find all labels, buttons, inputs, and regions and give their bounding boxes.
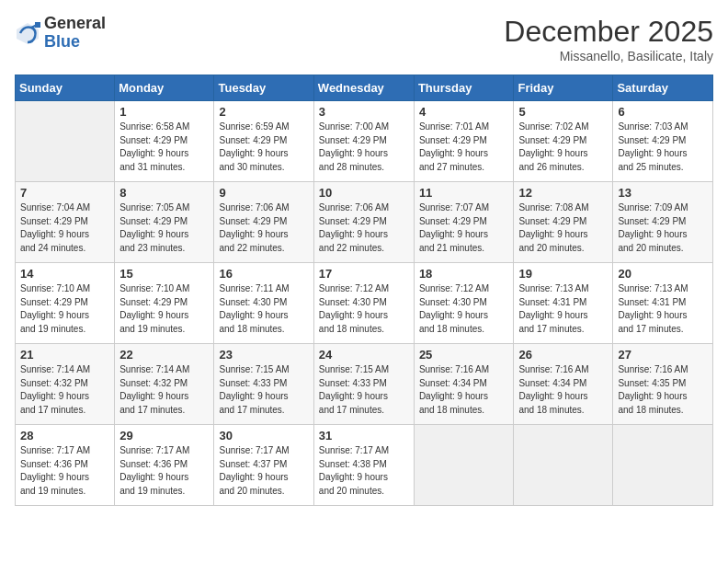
- calendar-cell: 15Sunrise: 7:10 AM Sunset: 4:29 PM Dayli…: [115, 263, 214, 344]
- day-number: 6: [618, 105, 708, 119]
- day-number: 12: [518, 186, 608, 200]
- calendar-cell: [16, 101, 115, 182]
- calendar-cell: 25Sunrise: 7:16 AM Sunset: 4:34 PM Dayli…: [414, 344, 514, 425]
- day-number: 23: [219, 348, 308, 362]
- day-number: 21: [20, 348, 109, 362]
- calendar-cell: 24Sunrise: 7:15 AM Sunset: 4:33 PM Dayli…: [313, 344, 414, 425]
- calendar-cell: 16Sunrise: 7:11 AM Sunset: 4:30 PM Dayli…: [214, 263, 313, 344]
- calendar-cell: 21Sunrise: 7:14 AM Sunset: 4:32 PM Dayli…: [16, 344, 115, 425]
- calendar-table: SundayMondayTuesdayWednesdayThursdayFrid…: [15, 75, 713, 506]
- day-header-saturday: Saturday: [613, 75, 713, 101]
- calendar-cell: 5Sunrise: 7:02 AM Sunset: 4:29 PM Daylig…: [514, 101, 613, 182]
- day-info: Sunrise: 7:00 AM Sunset: 4:29 PM Dayligh…: [319, 121, 409, 174]
- day-info: Sunrise: 7:15 AM Sunset: 4:33 PM Dayligh…: [219, 363, 308, 417]
- week-row-5: 28Sunrise: 7:17 AM Sunset: 4:36 PM Dayli…: [16, 425, 713, 506]
- calendar-cell: 23Sunrise: 7:15 AM Sunset: 4:33 PM Dayli…: [214, 344, 313, 425]
- calendar-cell: 29Sunrise: 7:17 AM Sunset: 4:36 PM Dayli…: [115, 425, 214, 506]
- day-header-monday: Monday: [115, 75, 214, 101]
- day-number: 28: [20, 429, 109, 442]
- day-info: Sunrise: 7:16 AM Sunset: 4:34 PM Dayligh…: [419, 363, 509, 417]
- day-info: Sunrise: 6:58 AM Sunset: 4:29 PM Dayligh…: [119, 121, 209, 174]
- day-info: Sunrise: 7:17 AM Sunset: 4:36 PM Dayligh…: [119, 444, 209, 498]
- day-number: 9: [219, 186, 308, 200]
- day-number: 31: [319, 429, 409, 442]
- calendar-cell: 6Sunrise: 7:03 AM Sunset: 4:29 PM Daylig…: [613, 101, 713, 182]
- week-row-4: 21Sunrise: 7:14 AM Sunset: 4:32 PM Dayli…: [16, 344, 713, 425]
- day-number: 29: [119, 429, 209, 442]
- day-number: 27: [618, 348, 708, 362]
- title-block: December 2025 Missanello, Basilicate, It…: [504, 15, 713, 63]
- calendar-cell: 19Sunrise: 7:13 AM Sunset: 4:31 PM Dayli…: [514, 263, 613, 344]
- day-info: Sunrise: 7:01 AM Sunset: 4:29 PM Dayligh…: [419, 121, 509, 174]
- day-info: Sunrise: 7:13 AM Sunset: 4:31 PM Dayligh…: [518, 282, 608, 336]
- logo-general: General: [44, 14, 106, 32]
- calendar-header: SundayMondayTuesdayWednesdayThursdayFrid…: [16, 75, 713, 101]
- day-header-sunday: Sunday: [16, 75, 115, 101]
- page-header: General Blue December 2025 Missanello, B…: [15, 15, 713, 63]
- calendar-cell: 1Sunrise: 6:58 AM Sunset: 4:29 PM Daylig…: [115, 101, 214, 182]
- day-info: Sunrise: 7:16 AM Sunset: 4:34 PM Dayligh…: [518, 363, 608, 417]
- logo: General Blue: [15, 15, 106, 52]
- day-number: 14: [20, 267, 109, 281]
- calendar-cell: 13Sunrise: 7:09 AM Sunset: 4:29 PM Dayli…: [613, 182, 713, 263]
- day-number: 1: [119, 105, 209, 119]
- day-info: Sunrise: 7:17 AM Sunset: 4:37 PM Dayligh…: [219, 444, 308, 498]
- calendar-cell: 14Sunrise: 7:10 AM Sunset: 4:29 PM Dayli…: [16, 263, 115, 344]
- calendar-body: 1Sunrise: 6:58 AM Sunset: 4:29 PM Daylig…: [16, 101, 713, 506]
- month-title: December 2025: [504, 15, 713, 49]
- day-number: 22: [119, 348, 209, 362]
- day-info: Sunrise: 7:10 AM Sunset: 4:29 PM Dayligh…: [119, 282, 209, 336]
- calendar-cell: 11Sunrise: 7:07 AM Sunset: 4:29 PM Dayli…: [414, 182, 514, 263]
- day-number: 20: [618, 267, 708, 281]
- calendar-cell: 4Sunrise: 7:01 AM Sunset: 4:29 PM Daylig…: [414, 101, 514, 182]
- day-info: Sunrise: 7:06 AM Sunset: 4:29 PM Dayligh…: [319, 201, 409, 255]
- day-info: Sunrise: 7:02 AM Sunset: 4:29 PM Dayligh…: [518, 121, 608, 174]
- calendar-cell: 3Sunrise: 7:00 AM Sunset: 4:29 PM Daylig…: [313, 101, 414, 182]
- week-row-3: 14Sunrise: 7:10 AM Sunset: 4:29 PM Dayli…: [16, 263, 713, 344]
- calendar-cell: [613, 425, 713, 506]
- calendar-cell: 7Sunrise: 7:04 AM Sunset: 4:29 PM Daylig…: [16, 182, 115, 263]
- day-number: 13: [618, 186, 708, 200]
- day-info: Sunrise: 6:59 AM Sunset: 4:29 PM Dayligh…: [219, 121, 308, 174]
- day-number: 10: [319, 186, 409, 200]
- day-info: Sunrise: 7:13 AM Sunset: 4:31 PM Dayligh…: [618, 282, 708, 336]
- day-info: Sunrise: 7:04 AM Sunset: 4:29 PM Dayligh…: [20, 201, 109, 255]
- logo-icon: [15, 20, 40, 46]
- calendar-cell: [414, 425, 514, 506]
- calendar-cell: 28Sunrise: 7:17 AM Sunset: 4:36 PM Dayli…: [16, 425, 115, 506]
- day-info: Sunrise: 7:11 AM Sunset: 4:30 PM Dayligh…: [219, 282, 308, 336]
- day-info: Sunrise: 7:12 AM Sunset: 4:30 PM Dayligh…: [419, 282, 509, 336]
- header-row: SundayMondayTuesdayWednesdayThursdayFrid…: [16, 75, 713, 101]
- day-info: Sunrise: 7:03 AM Sunset: 4:29 PM Dayligh…: [618, 121, 708, 174]
- day-number: 4: [419, 105, 509, 119]
- calendar-cell: 30Sunrise: 7:17 AM Sunset: 4:37 PM Dayli…: [214, 425, 313, 506]
- day-number: 16: [219, 267, 308, 281]
- logo-blue: Blue: [44, 32, 80, 51]
- week-row-1: 1Sunrise: 6:58 AM Sunset: 4:29 PM Daylig…: [16, 101, 713, 182]
- day-info: Sunrise: 7:06 AM Sunset: 4:29 PM Dayligh…: [219, 201, 308, 255]
- day-info: Sunrise: 7:14 AM Sunset: 4:32 PM Dayligh…: [20, 363, 109, 417]
- calendar-cell: 9Sunrise: 7:06 AM Sunset: 4:29 PM Daylig…: [214, 182, 313, 263]
- day-info: Sunrise: 7:15 AM Sunset: 4:33 PM Dayligh…: [319, 363, 409, 417]
- calendar-cell: 31Sunrise: 7:17 AM Sunset: 4:38 PM Dayli…: [313, 425, 414, 506]
- day-info: Sunrise: 7:10 AM Sunset: 4:29 PM Dayligh…: [20, 282, 109, 336]
- day-number: 17: [319, 267, 409, 281]
- day-number: 30: [219, 429, 308, 442]
- calendar-cell: 26Sunrise: 7:16 AM Sunset: 4:34 PM Dayli…: [514, 344, 613, 425]
- calendar-cell: 10Sunrise: 7:06 AM Sunset: 4:29 PM Dayli…: [313, 182, 414, 263]
- day-info: Sunrise: 7:14 AM Sunset: 4:32 PM Dayligh…: [119, 363, 209, 417]
- day-number: 5: [518, 105, 608, 119]
- day-number: 26: [518, 348, 608, 362]
- calendar-cell: 18Sunrise: 7:12 AM Sunset: 4:30 PM Dayli…: [414, 263, 514, 344]
- day-number: 25: [419, 348, 509, 362]
- calendar-cell: 27Sunrise: 7:16 AM Sunset: 4:35 PM Dayli…: [613, 344, 713, 425]
- svg-marker-1: [35, 22, 40, 28]
- logo-text: General Blue: [44, 15, 106, 52]
- day-number: 8: [119, 186, 209, 200]
- day-header-friday: Friday: [514, 75, 613, 101]
- location: Missanello, Basilicate, Italy: [504, 49, 713, 63]
- calendar-cell: 12Sunrise: 7:08 AM Sunset: 4:29 PM Dayli…: [514, 182, 613, 263]
- calendar-cell: 22Sunrise: 7:14 AM Sunset: 4:32 PM Dayli…: [115, 344, 214, 425]
- calendar-cell: 17Sunrise: 7:12 AM Sunset: 4:30 PM Dayli…: [313, 263, 414, 344]
- day-number: 2: [219, 105, 308, 119]
